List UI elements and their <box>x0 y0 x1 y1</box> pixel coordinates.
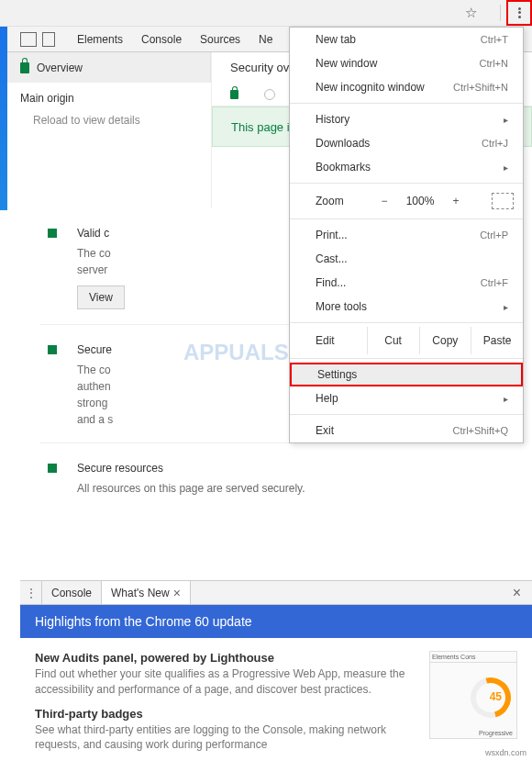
inspect-icon[interactable] <box>20 32 37 47</box>
menu-cast[interactable]: Cast... <box>290 247 523 271</box>
bookmark-star-icon[interactable]: ☆ <box>458 0 483 26</box>
browser-toolbar: ☆ <box>0 0 532 27</box>
gauge-value: 45 <box>490 690 502 703</box>
status-square-icon <box>48 345 57 354</box>
page-accent <box>0 27 7 210</box>
drawer-body: New Audits panel, powered by Lighthouse … <box>20 638 532 761</box>
edit-paste[interactable]: Paste <box>471 327 523 354</box>
tab-console[interactable]: Console <box>132 27 191 52</box>
menu-separator <box>290 358 523 359</box>
security-block-resources: Secure resources All resources on this p… <box>40 443 510 511</box>
menu-find[interactable]: Find...Ctrl+F <box>290 271 523 295</box>
vertical-dots-icon <box>513 6 526 19</box>
tab-elements[interactable]: Elements <box>68 27 132 52</box>
edit-label: Edit <box>290 327 368 354</box>
reload-hint[interactable]: Reload to view details <box>0 105 211 127</box>
device-toggle-icon[interactable] <box>42 32 55 47</box>
menu-incognito[interactable]: New incognito windowCtrl+Shift+N <box>290 75 523 99</box>
wn-p2: See what third-party entities are loggin… <box>35 722 416 754</box>
zoom-out-button[interactable]: − <box>371 195 398 207</box>
menu-settings[interactable]: Settings <box>290 363 523 386</box>
menu-exit[interactable]: ExitCtrl+Shift+Q <box>290 419 523 442</box>
mini-lock-icon <box>230 90 238 99</box>
menu-separator <box>290 183 523 184</box>
menu-separator <box>290 103 523 104</box>
edit-cut[interactable]: Cut <box>368 327 420 354</box>
drawer-tab-whatsnew[interactable]: What's New× <box>102 581 191 604</box>
whatsnew-text: New Audits panel, powered by Lighthouse … <box>35 651 416 761</box>
status-square-icon <box>48 229 57 238</box>
menu-more-tools[interactable]: More tools <box>290 295 523 319</box>
chrome-menu-button[interactable] <box>506 0 532 26</box>
menu-separator <box>290 414 523 415</box>
tab-more-cut[interactable]: Ne <box>249 27 282 52</box>
overview-label: Overview <box>37 62 83 74</box>
whatsnew-thumbnail: Elements Cons 45 Progressive <box>429 651 517 739</box>
menu-downloads[interactable]: DownloadsCtrl+J <box>290 131 523 155</box>
fullscreen-icon[interactable] <box>492 193 514 209</box>
zoom-value: 100% <box>398 195 442 207</box>
toolbar-separator <box>500 5 501 21</box>
block-title: Secure resources <box>77 460 510 476</box>
lock-icon <box>20 62 29 73</box>
view-certificate-button[interactable]: View <box>77 285 125 309</box>
drawer-close-button[interactable]: × <box>502 585 532 601</box>
image-credit: wsxdn.com <box>485 748 526 757</box>
wn-h1: New Audits panel, powered by Lighthouse <box>35 651 416 665</box>
tab-sources[interactable]: Sources <box>191 27 249 52</box>
whatsnew-headline: Highlights from the Chrome 60 update <box>20 605 532 638</box>
main-origin-label: Main origin <box>0 83 211 105</box>
wn-p1: Find out whether your site qualifies as … <box>35 666 416 698</box>
menu-new-tab[interactable]: New tabCtrl+T <box>290 28 523 51</box>
menu-bookmarks[interactable]: Bookmarks <box>290 155 523 179</box>
security-left-pane: Overview Main origin Reload to view deta… <box>0 52 211 208</box>
drawer-tabstrip: ⋮ Console What's New× × <box>20 581 532 605</box>
edit-copy[interactable]: Copy <box>420 327 472 354</box>
zoom-label: Zoom <box>316 195 371 207</box>
menu-print[interactable]: Print...Ctrl+P <box>290 223 523 247</box>
drawer-menu-icon[interactable]: ⋮ <box>20 581 42 604</box>
zoom-in-button[interactable]: + <box>442 195 470 207</box>
menu-separator <box>290 322 523 323</box>
thumb-tabs: Elements Cons <box>430 652 516 663</box>
menu-separator <box>290 218 523 219</box>
menu-history[interactable]: History <box>290 107 523 131</box>
block-desc: All resources on this page are served se… <box>77 480 510 497</box>
menu-zoom-row: Zoom − 100% + <box>290 187 523 215</box>
menu-new-window[interactable]: New windowCtrl+N <box>290 51 523 75</box>
chrome-context-menu: New tabCtrl+T New windowCtrl+N New incog… <box>289 27 524 443</box>
menu-edit-row: Edit Cut Copy Paste <box>290 327 523 354</box>
devtools-drawer: ⋮ Console What's New× × Highlights from … <box>20 580 532 761</box>
info-icon <box>264 89 275 100</box>
wn-h2: Third-party badges <box>35 707 416 721</box>
overview-row[interactable]: Overview <box>0 52 211 83</box>
close-tab-icon[interactable]: × <box>173 586 181 600</box>
drawer-tab-console[interactable]: Console <box>42 581 102 604</box>
status-square-icon <box>48 464 57 473</box>
thumb-caption: Progressive <box>479 730 513 736</box>
menu-help[interactable]: Help <box>290 386 523 410</box>
